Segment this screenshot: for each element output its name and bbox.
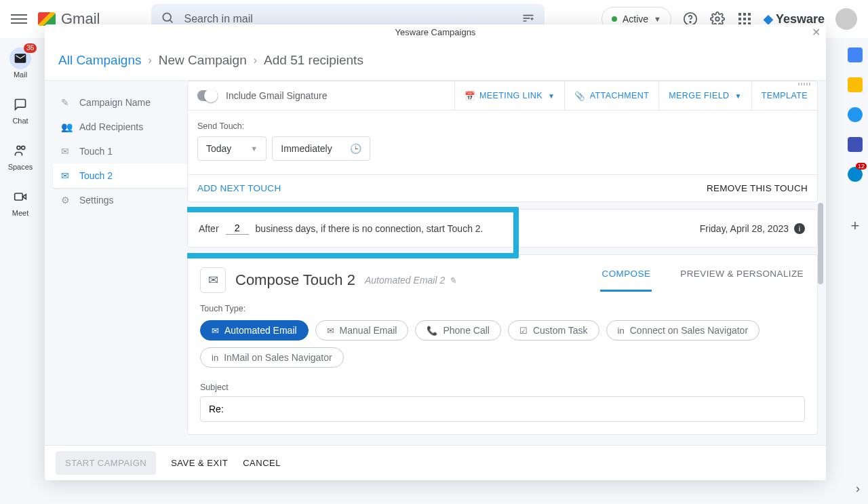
calendar-icon: 📅 bbox=[465, 91, 475, 101]
sidebar-item-settings[interactable]: ⚙︎Settings bbox=[53, 188, 187, 212]
breadcrumb-all[interactable]: All Campaigns bbox=[58, 53, 142, 68]
send-date-select[interactable]: Today ▼ bbox=[197, 136, 267, 161]
breadcrumb: All Campaigns › New Campaign › Add 51 re… bbox=[45, 39, 826, 81]
rail-meet[interactable]: Meet bbox=[2, 183, 39, 220]
subject-input[interactable] bbox=[200, 396, 805, 422]
gmail-rail: 36 Mail Chat Spaces Meet bbox=[0, 38, 41, 220]
tab-preview[interactable]: PREVIEW & PERSONALIZE bbox=[679, 269, 805, 292]
yesware-side-icon[interactable]: 12 bbox=[848, 167, 863, 182]
svg-rect-7 bbox=[15, 193, 23, 200]
svg-point-3 bbox=[690, 22, 691, 23]
remove-touch-button[interactable]: REMOVE THIS TOUCH bbox=[707, 183, 808, 193]
people-icon: 👥 bbox=[61, 121, 72, 132]
compose-card: ✉︎ Compose Touch 2 Automated Email 2 ✎ C… bbox=[187, 254, 818, 435]
drag-handle-icon[interactable] bbox=[798, 83, 810, 85]
keep-icon[interactable] bbox=[848, 77, 863, 92]
meeting-link-button[interactable]: 📅 MEETING LINK ▼ bbox=[454, 81, 565, 110]
delay-date: Friday, April 28, 2023 bbox=[700, 223, 789, 234]
tasks-icon[interactable] bbox=[848, 107, 863, 122]
info-icon[interactable]: i bbox=[794, 223, 805, 234]
modal-footer: START CAMPAIGN SAVE & EXIT CANCEL bbox=[45, 445, 826, 480]
send-touch-label: Send Touch: bbox=[197, 121, 808, 131]
calendar-icon[interactable] bbox=[848, 47, 863, 62]
add-next-touch-button[interactable]: ADD NEXT TOUCH bbox=[197, 183, 281, 193]
sidebar-item-touch2[interactable]: ✉︎Touch 2 bbox=[53, 163, 187, 188]
task-icon: ☑︎ bbox=[519, 326, 528, 336]
signature-label: Include Gmail Signature bbox=[226, 90, 327, 101]
subject-label: Subject bbox=[200, 383, 805, 392]
svg-line-1 bbox=[170, 20, 173, 23]
pill-custom-task[interactable]: ☑︎Custom Task bbox=[508, 320, 599, 341]
pill-phone[interactable]: 📞Phone Call bbox=[415, 320, 501, 341]
cancel-button[interactable]: CANCEL bbox=[243, 458, 281, 468]
sidebar-item-touch1[interactable]: ✉︎Touch 1 bbox=[53, 139, 187, 163]
attachment-button[interactable]: 📎 ATTACHMENT bbox=[564, 81, 658, 110]
linkedin-icon: in bbox=[212, 353, 218, 363]
yesware-side-badge: 12 bbox=[856, 163, 867, 170]
breadcrumb-new: New Campaign bbox=[159, 53, 247, 68]
pill-automated-email[interactable]: ✉︎Automated Email bbox=[200, 320, 309, 341]
delay-days-input[interactable] bbox=[226, 222, 249, 235]
side-panel: 12 + bbox=[842, 47, 868, 235]
chevron-down-icon: ▼ bbox=[548, 92, 555, 100]
contacts-icon[interactable] bbox=[848, 137, 863, 152]
chevron-down-icon: ▼ bbox=[734, 92, 741, 100]
compose-title: Compose Touch 2 bbox=[235, 271, 355, 289]
chevron-down-icon: ▼ bbox=[654, 15, 661, 23]
status-dot-icon bbox=[612, 16, 617, 22]
merge-field-button[interactable]: MERGE FIELD ▼ bbox=[658, 81, 751, 110]
avatar[interactable] bbox=[835, 8, 857, 30]
touch1-card: Include Gmail Signature 📅 MEETING LINK ▼… bbox=[187, 81, 818, 202]
breadcrumb-add: Add 51 recipients bbox=[264, 53, 363, 68]
chevron-right-icon: › bbox=[149, 54, 152, 66]
close-icon[interactable]: ✕ bbox=[812, 26, 821, 39]
svg-point-0 bbox=[163, 13, 172, 21]
svg-point-4 bbox=[715, 17, 719, 21]
mail-icon: ✉︎ bbox=[61, 170, 72, 181]
paperclip-icon: 📎 bbox=[574, 91, 585, 101]
save-exit-button[interactable]: SAVE & EXIT bbox=[171, 458, 228, 468]
gear-icon: ⚙︎ bbox=[61, 195, 72, 206]
compose-mail-icon: ✉︎ bbox=[200, 267, 226, 293]
linkedin-icon: in bbox=[618, 326, 625, 336]
modal-title: Yesware Campaigns ✕ bbox=[45, 24, 826, 39]
rail-mail[interactable]: 36 Mail bbox=[2, 45, 39, 81]
mail-icon: ✉︎ bbox=[212, 326, 219, 336]
pencil-icon[interactable]: ✎ bbox=[449, 275, 456, 286]
pencil-icon: ✎ bbox=[61, 97, 72, 108]
add-app-icon[interactable]: + bbox=[851, 217, 860, 235]
yesware-modal: Yesware Campaigns ✕ All Campaigns › New … bbox=[45, 24, 826, 480]
pill-manual-email[interactable]: ✉︎Manual Email bbox=[315, 320, 409, 341]
phone-icon: 📞 bbox=[427, 326, 437, 336]
chevron-down-icon: ▼ bbox=[250, 144, 258, 153]
mail-icon: ✉︎ bbox=[61, 146, 72, 157]
send-time-select[interactable]: Immediately 🕒 bbox=[272, 136, 370, 161]
collapse-side-icon[interactable]: › bbox=[856, 482, 860, 496]
clock-icon: 🕒 bbox=[350, 143, 361, 154]
delay-before: After bbox=[199, 223, 219, 234]
signature-toggle[interactable] bbox=[197, 90, 218, 101]
menu-icon[interactable] bbox=[11, 11, 27, 27]
pill-linkedin-connect[interactable]: inConnect on Sales Navigator bbox=[606, 320, 760, 341]
tab-compose[interactable]: COMPOSE bbox=[600, 269, 652, 292]
mail-badge: 36 bbox=[24, 43, 37, 53]
sidebar-item-recipients[interactable]: 👥Add Recipients bbox=[53, 115, 187, 139]
svg-point-6 bbox=[22, 146, 25, 149]
start-campaign-button: START CAMPAIGN bbox=[56, 451, 156, 475]
delay-card: After business days, if there is no conn… bbox=[187, 209, 818, 248]
status-label: Active bbox=[623, 14, 648, 24]
compose-subtitle: Automated Email 2 ✎ bbox=[365, 275, 456, 286]
pill-linkedin-inmail[interactable]: inInMail on Sales Navigator bbox=[200, 347, 344, 368]
sidebar-item-name[interactable]: ✎Campaign Name bbox=[53, 90, 187, 115]
rail-spaces[interactable]: Spaces bbox=[2, 137, 39, 174]
template-button[interactable]: TEMPLATE bbox=[751, 81, 817, 110]
campaign-sidebar: ✎Campaign Name 👥Add Recipients ✉︎Touch 1… bbox=[45, 81, 187, 445]
rail-chat[interactable]: Chat bbox=[2, 91, 39, 128]
scrollbar[interactable] bbox=[818, 203, 823, 284]
delay-after: business days, if there is no connection… bbox=[256, 223, 484, 234]
touch-type-label: Touch Type: bbox=[200, 304, 805, 313]
mail-icon: ✉︎ bbox=[327, 326, 334, 336]
svg-point-5 bbox=[17, 146, 20, 149]
chevron-right-icon: › bbox=[254, 54, 257, 66]
search-placeholder: Search in mail bbox=[184, 13, 252, 25]
